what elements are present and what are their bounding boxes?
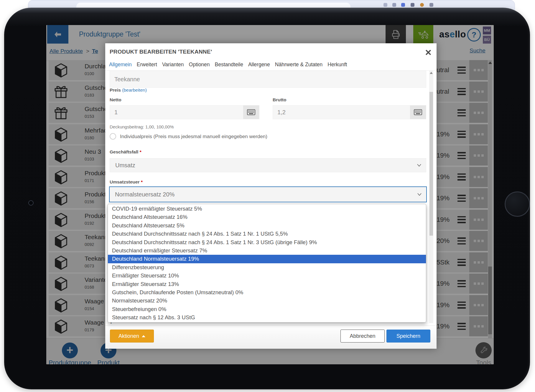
vat-option[interactable]: Deutschland Normalsteuersatz 19% bbox=[108, 255, 426, 263]
vat-option[interactable]: COVID-19 ermäßigter Steuersatz 5% bbox=[108, 205, 426, 213]
product-name-value: Teekanne bbox=[114, 76, 140, 83]
netto-input[interactable]: 1 bbox=[110, 105, 259, 119]
modal-scrollbar[interactable] bbox=[429, 71, 433, 323]
business-case-label: Geschäftsfall * bbox=[110, 149, 141, 155]
modal-scrollbar-thumb[interactable] bbox=[429, 92, 433, 236]
individual-price-label: Individualpreis (Preis muss jedesmal man… bbox=[120, 134, 267, 140]
vat-option[interactable]: Ermäßigter Steuersatz 13% bbox=[108, 280, 426, 288]
vat-dropdown: COVID-19 ermäßigter Steuersatz 5%Deutsch… bbox=[108, 204, 426, 322]
vat-option[interactable]: Ermäßigter Steuersatz 10% bbox=[108, 272, 426, 280]
vat-label: Umsatzsteuer * bbox=[110, 179, 143, 185]
tab-n-hrwerte-zutaten[interactable]: Nährwerte & Zutaten bbox=[275, 62, 322, 68]
vat-option[interactable]: Steuersatz nach § 12 Abs. 3 UStG bbox=[108, 313, 426, 322]
vat-option[interactable]: Deutschland Durchschnittssatz nach § 24 … bbox=[108, 230, 426, 238]
modal-footer: Aktionen Abbrechen Speichern bbox=[105, 325, 437, 349]
product-name-input[interactable]: Teekanne bbox=[110, 71, 426, 88]
browser-extension-icon bbox=[411, 3, 414, 7]
modal-tabs: AllgemeinErweitertVariantenOptionenBesta… bbox=[109, 62, 347, 68]
contribution-text: Deckungsbeitrag: 1,00, 100,00% bbox=[110, 124, 174, 129]
scroll-up-icon[interactable] bbox=[430, 72, 433, 74]
browser-extension-icon bbox=[383, 3, 387, 7]
vat-select-value: Normalsteuersatz 20% bbox=[115, 191, 175, 198]
tab-herkunft[interactable]: Herkunft bbox=[327, 62, 347, 68]
tab-bestandteile[interactable]: Bestandteile bbox=[215, 62, 243, 68]
browser-profile-icon bbox=[420, 3, 424, 7]
business-case-value: Umsatz bbox=[115, 162, 135, 169]
modal-title: PRODUKT BEARBEITEN 'TEEKANNE' bbox=[110, 49, 212, 55]
tablet-camera bbox=[28, 200, 34, 206]
vat-option[interactable]: Normalsteuersatz 20% bbox=[108, 297, 426, 305]
netto-value: 1 bbox=[114, 109, 118, 116]
vat-select[interactable]: Normalsteuersatz 20% bbox=[109, 186, 427, 202]
caret-up-icon bbox=[142, 335, 145, 337]
vat-option[interactable]: Deutschland ermäßigter Steuersatz 7% bbox=[108, 247, 426, 255]
brutto-label: Brutto bbox=[273, 97, 287, 102]
keyboard-icon bbox=[247, 109, 255, 115]
netto-label: Netto bbox=[110, 97, 121, 102]
vat-option[interactable]: Deutschland Altsteuersatz 5% bbox=[108, 221, 426, 230]
vat-option[interactable]: Gutschein, Durchlaufende Posten (Umsatzn… bbox=[108, 288, 426, 297]
save-button[interactable]: Speichern bbox=[386, 330, 430, 343]
chevron-down-icon bbox=[417, 164, 421, 167]
tablet-home-button[interactable] bbox=[505, 191, 530, 217]
tab-allgemein[interactable]: Allgemein bbox=[109, 62, 132, 68]
brutto-input[interactable]: 1,2 bbox=[273, 105, 426, 119]
tab-erweitert[interactable]: Erweitert bbox=[137, 62, 157, 68]
tab-allergene[interactable]: Allergene bbox=[248, 62, 270, 68]
individual-price-radio[interactable] bbox=[110, 133, 116, 140]
keyboard-icon bbox=[414, 109, 422, 115]
page: Produktgruppe 'Test' bbox=[0, 0, 535, 392]
business-case-select[interactable]: Umsatz bbox=[110, 158, 426, 172]
brutto-keyboard-button[interactable] bbox=[410, 105, 426, 119]
browser-extension-icon bbox=[401, 3, 405, 7]
price-label: Preis (bearbeiten) bbox=[110, 87, 147, 93]
browser-menu-icon bbox=[429, 3, 433, 7]
cancel-button[interactable]: Abbrechen bbox=[340, 330, 385, 343]
browser-extension-icon bbox=[392, 3, 396, 7]
actions-button[interactable]: Aktionen bbox=[110, 330, 154, 343]
vat-option[interactable]: Steuerbefreiungen 0% bbox=[108, 305, 426, 313]
vat-option[interactable]: Deutschland Altsteuersatz 16% bbox=[108, 213, 426, 221]
tab-optionen[interactable]: Optionen bbox=[189, 62, 210, 68]
netto-keyboard-button[interactable] bbox=[243, 105, 259, 119]
close-icon[interactable] bbox=[424, 49, 432, 56]
price-edit-link[interactable]: (bearbeiten) bbox=[122, 87, 147, 92]
tab-varianten[interactable]: Varianten bbox=[162, 62, 184, 68]
chevron-down-icon bbox=[417, 193, 422, 196]
vat-option[interactable]: Differenzbesteuerung bbox=[108, 263, 426, 272]
vat-option[interactable]: Deutschland Durchschnittssatz nach § 24 … bbox=[108, 238, 426, 247]
brutto-value: 1,2 bbox=[277, 109, 286, 116]
